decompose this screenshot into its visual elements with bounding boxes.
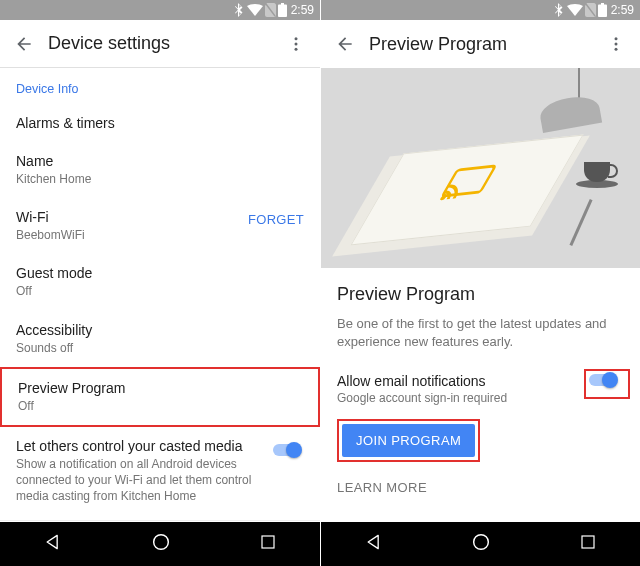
more-vert-icon [607, 35, 625, 53]
svg-point-6 [615, 43, 618, 46]
item-value: BeebomWiFi [16, 227, 304, 243]
status-time: 2:59 [611, 3, 634, 17]
nav-home-button[interactable] [470, 531, 492, 557]
toggle-email-notifications[interactable] [590, 375, 624, 393]
wifi-icon [247, 4, 263, 16]
nav-recent-icon [579, 533, 597, 551]
toggle-cast-control[interactable] [270, 441, 304, 459]
item-value: Sounds off [16, 340, 304, 356]
nav-home-icon [150, 531, 172, 553]
row-email-notifications: Allow email notifications Google account… [337, 369, 624, 419]
status-bar: 2:59 [321, 0, 640, 20]
nav-back-button[interactable] [43, 532, 63, 556]
back-button[interactable] [329, 28, 361, 60]
nav-back-button[interactable] [364, 532, 384, 556]
join-program-button[interactable]: JOIN PROGRAM [342, 424, 475, 457]
section-header-privacy: Privacy [0, 520, 320, 523]
bluetooth-icon [555, 3, 565, 17]
settings-list: Device Info Alarms & timers Name Kitchen… [0, 68, 320, 522]
arrow-back-icon [14, 34, 34, 54]
bluetooth-icon [235, 3, 245, 17]
item-value: Kitchen Home [16, 171, 304, 187]
status-time: 2:59 [291, 3, 314, 17]
item-label: Alarms & timers [16, 115, 304, 131]
no-sim-icon [265, 3, 276, 17]
overflow-menu-button[interactable] [280, 28, 312, 60]
forget-wifi-button[interactable]: FORGET [248, 212, 304, 227]
app-bar: Preview Program [321, 20, 640, 68]
svg-point-7 [615, 48, 618, 51]
nav-home-icon [470, 531, 492, 553]
battery-icon [598, 3, 607, 17]
screen-preview-program: 2:59 Preview Program [320, 0, 640, 566]
item-name[interactable]: Name Kitchen Home [0, 142, 320, 198]
svg-point-5 [615, 37, 618, 40]
item-label: Preview Program [18, 380, 302, 396]
item-preview-program[interactable]: Preview Program Off [0, 367, 320, 427]
item-value: Off [18, 398, 302, 414]
item-label: Let others control your casted media [16, 438, 304, 454]
email-notifications-sub: Google account sign-in required [337, 391, 624, 405]
item-label: Guest mode [16, 265, 304, 281]
nav-bar [0, 522, 320, 566]
item-accessibility[interactable]: Accessibility Sounds off [0, 311, 320, 367]
nav-recent-button[interactable] [579, 533, 597, 555]
item-value: Off [16, 283, 304, 299]
status-bar: 2:59 [0, 0, 320, 20]
screen-device-settings: 2:59 Device settings Device Info Alarms … [0, 0, 320, 566]
app-bar: Device settings [0, 20, 320, 68]
learn-more-button[interactable]: LEARN MORE [337, 480, 624, 495]
nav-home-button[interactable] [150, 531, 172, 557]
svg-point-3 [154, 535, 169, 550]
preview-program-content: Preview Program Be one of the first to g… [321, 68, 640, 522]
hero-illustration [321, 68, 640, 268]
nav-bar [321, 522, 640, 566]
more-vert-icon [287, 35, 305, 53]
battery-icon [278, 3, 287, 17]
overflow-menu-button[interactable] [600, 28, 632, 60]
arrow-back-icon [335, 34, 355, 54]
svg-point-2 [295, 47, 298, 50]
nav-back-icon [43, 532, 63, 552]
item-alarms-timers[interactable]: Alarms & timers [0, 104, 320, 142]
item-description: Show a notification on all Android devic… [16, 456, 304, 505]
nav-recent-icon [259, 533, 277, 551]
item-label: Name [16, 153, 304, 169]
item-wifi[interactable]: Wi-Fi BeebomWiFi FORGET [0, 198, 320, 254]
page-title: Preview Program [369, 34, 600, 55]
item-label: Accessibility [16, 322, 304, 338]
preview-program-heading: Preview Program [337, 284, 624, 305]
nav-back-icon [364, 532, 384, 552]
email-notifications-label: Allow email notifications [337, 373, 624, 389]
svg-point-1 [295, 42, 298, 45]
preview-program-description: Be one of the first to get the latest up… [337, 315, 624, 351]
item-let-others-control[interactable]: Let others control your casted media Sho… [0, 427, 320, 516]
nav-recent-button[interactable] [259, 533, 277, 555]
back-button[interactable] [8, 28, 40, 60]
svg-rect-4 [262, 536, 274, 548]
svg-point-0 [295, 37, 298, 40]
svg-point-9 [439, 195, 447, 201]
svg-rect-11 [582, 536, 594, 548]
svg-point-10 [474, 535, 489, 550]
wifi-icon [567, 4, 583, 16]
item-guest-mode[interactable]: Guest mode Off [0, 254, 320, 310]
no-sim-icon [585, 3, 596, 17]
section-header-device-info: Device Info [0, 68, 320, 104]
page-title: Device settings [48, 33, 280, 54]
